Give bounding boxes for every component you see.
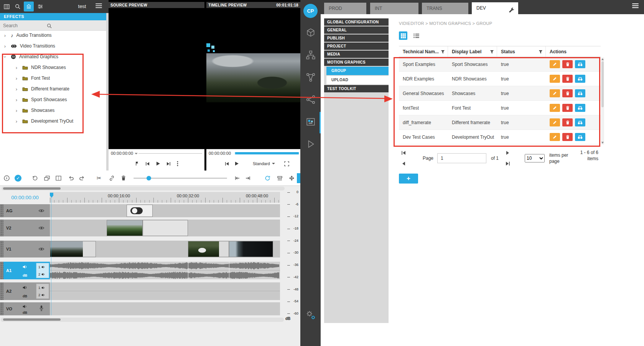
- preview-button[interactable]: [575, 75, 585, 83]
- table-row[interactable]: fontTest Font Test true: [399, 101, 601, 115]
- drag-handle[interactable]: [0, 241, 3, 257]
- subtrack-1[interactable]: 1: [38, 286, 49, 290]
- chevron-right-icon[interactable]: ›: [15, 118, 18, 124]
- chevron-right-icon[interactable]: ›: [15, 97, 18, 103]
- nav-group[interactable]: GROUP: [326, 67, 389, 75]
- subtrack-1[interactable]: 1: [38, 265, 49, 269]
- more-options-icon[interactable]: [177, 161, 178, 166]
- tree-item-font-test[interactable]: › Font Test: [0, 73, 106, 84]
- unlink-icon[interactable]: [109, 175, 115, 181]
- tree-item-video-transitions[interactable]: › Video Transitions: [0, 41, 106, 51]
- video-clip[interactable]: [50, 241, 96, 257]
- refresh-icon[interactable]: [265, 175, 270, 181]
- zoom-slider[interactable]: [133, 178, 227, 179]
- timeline-zoom-scrollbar[interactable]: [2, 187, 285, 190]
- eye-icon[interactable]: [38, 226, 44, 230]
- delete-button[interactable]: [562, 89, 573, 97]
- search-icon[interactable]: [13, 2, 23, 11]
- last-page-button[interactable]: [506, 161, 510, 166]
- first-page-button[interactable]: [401, 151, 406, 155]
- video-clip[interactable]: [143, 220, 188, 236]
- timeline-preview-video[interactable]: [206, 8, 300, 149]
- column-technical-name[interactable]: Technical Nam...: [399, 46, 448, 57]
- subtrack-2[interactable]: 2: [38, 293, 49, 297]
- delete-button[interactable]: [562, 118, 573, 126]
- tree-item-animated-graphics[interactable]: › Animated Graphics: [0, 51, 106, 62]
- track-vo-content[interactable]: [50, 302, 280, 315]
- fullscreen-icon[interactable]: [284, 161, 289, 166]
- drag-handle[interactable]: [0, 282, 3, 300]
- tree-item-development-tryout[interactable]: › Development TryOut: [0, 116, 106, 126]
- cube-icon[interactable]: [305, 28, 316, 38]
- tab-trans[interactable]: TRANS: [422, 3, 468, 14]
- nav-motion-graphics[interactable]: MOTION GRAPHICS: [324, 59, 389, 66]
- chevron-right-icon[interactable]: ›: [3, 33, 7, 38]
- nav-global-configuration[interactable]: GLOBAL CONFIGURATION: [324, 18, 389, 26]
- settings-gears-icon[interactable]: [305, 310, 316, 320]
- nav-project[interactable]: PROJECT: [324, 43, 389, 50]
- tab-int[interactable]: INT: [370, 3, 418, 14]
- nav-test-toolkit[interactable]: TEST TOOLKIT: [324, 85, 389, 92]
- previous-page-button[interactable]: [401, 161, 406, 166]
- eye-icon[interactable]: [38, 247, 44, 251]
- video-clip[interactable]: [188, 241, 229, 257]
- table-row[interactable]: NDR Examples NDR Showcases true: [399, 72, 601, 86]
- list-view-button[interactable]: [412, 31, 420, 40]
- trash-icon[interactable]: [121, 175, 126, 181]
- user-avatar[interactable]: CP: [303, 4, 318, 18]
- edit-button[interactable]: [550, 104, 560, 112]
- zoom-slider-handle[interactable]: [147, 176, 151, 180]
- scissors-icon[interactable]: ✂: [97, 175, 102, 182]
- speaker-icon[interactable]: [23, 303, 27, 310]
- column-display-label[interactable]: Display Label: [448, 46, 497, 57]
- play-module-icon[interactable]: [305, 139, 316, 149]
- grid-view-button[interactable]: [399, 31, 407, 40]
- skip-back-icon[interactable]: [225, 162, 229, 166]
- delete-button[interactable]: [562, 60, 573, 68]
- track-a2-header[interactable]: A2 dB 1 2: [0, 282, 50, 300]
- track-v1-header[interactable]: V1: [0, 241, 50, 257]
- tree-item-different-framerate[interactable]: › Different framerate: [0, 84, 106, 94]
- filter-icon[interactable]: [441, 50, 445, 55]
- page-number-input[interactable]: [437, 153, 486, 163]
- video-clip[interactable]: [229, 241, 273, 257]
- source-seek-bar[interactable]: [138, 153, 202, 154]
- hierarchy-icon[interactable]: [305, 50, 316, 61]
- chevron-right-icon[interactable]: ›: [15, 108, 18, 113]
- preview-button[interactable]: [575, 133, 585, 141]
- preview-button[interactable]: [575, 60, 585, 68]
- panel-layout-icon[interactable]: [2, 2, 12, 11]
- table-scrollbar[interactable]: [601, 57, 604, 144]
- filter-icon[interactable]: [490, 50, 494, 55]
- chevron-right-icon[interactable]: ›: [3, 43, 7, 49]
- validate-button[interactable]: ✓: [15, 175, 21, 182]
- preview-button[interactable]: [575, 104, 585, 112]
- subtrack-2[interactable]: 2: [38, 272, 49, 276]
- track-a1-header[interactable]: A1 dB 1 2: [0, 262, 50, 279]
- insert-clip-icon[interactable]: [44, 175, 50, 180]
- snap-tool-icon[interactable]: [289, 175, 294, 180]
- chevron-right-icon[interactable]: ›: [15, 86, 18, 92]
- edit-button[interactable]: [550, 133, 560, 141]
- skip-forward-icon[interactable]: [166, 162, 171, 166]
- table-row[interactable]: General Showcases Showcases true: [399, 86, 601, 101]
- speaker-icon[interactable]: [23, 284, 28, 291]
- timecode-dropdown-icon[interactable]: [135, 153, 138, 154]
- edit-button[interactable]: [550, 60, 560, 68]
- timeline-horizontal-scrollbar[interactable]: [1, 318, 284, 322]
- motion-graphics-icon[interactable]: [305, 116, 316, 127]
- video-clip[interactable]: [107, 220, 143, 236]
- settings-sliders-icon[interactable]: [35, 2, 45, 11]
- nav-upload[interactable]: UPLOAD: [326, 76, 389, 84]
- play-icon[interactable]: [234, 161, 239, 166]
- preview-button[interactable]: [575, 118, 585, 126]
- history-icon[interactable]: [32, 175, 38, 181]
- chevron-down-icon[interactable]: ›: [2, 55, 8, 59]
- track-vo-header[interactable]: VO dB: [0, 302, 50, 315]
- delete-button[interactable]: [562, 104, 573, 112]
- preview-button[interactable]: [575, 89, 585, 97]
- tab-prod[interactable]: PROD: [324, 3, 366, 14]
- jump-to-end-icon[interactable]: [245, 176, 250, 180]
- edit-button[interactable]: [550, 118, 560, 126]
- editor-menu-icon[interactable]: [96, 3, 102, 8]
